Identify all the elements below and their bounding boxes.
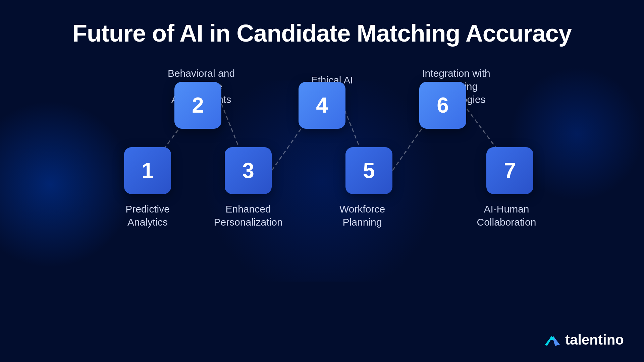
label-aihuman: AI-HumanCollaboration (466, 202, 547, 229)
node-2: 2 (174, 82, 221, 129)
label-workforce: WorkforcePlanning (322, 202, 402, 229)
logo-area: talentino (544, 331, 624, 349)
node-5: 5 (345, 147, 392, 194)
node-7: 7 (486, 147, 533, 194)
node-6: 6 (419, 82, 466, 129)
svg-marker-8 (550, 337, 554, 340)
node-1: 1 (124, 147, 171, 194)
page-title: Future of AI in Candidate Matching Accur… (72, 20, 572, 47)
logo-text: talentino (565, 332, 624, 348)
talentino-logo-icon (544, 331, 561, 349)
diagram-area: Behavioral andCognitive Assessments Ethi… (54, 67, 590, 261)
node-4: 4 (299, 82, 345, 129)
label-predictive: PredictiveAnalytics (107, 202, 188, 229)
page-container: Future of AI in Candidate Matching Accur… (0, 0, 644, 362)
label-enhanced: EnhancedPersonalization (205, 202, 292, 229)
node-3: 3 (225, 147, 272, 194)
